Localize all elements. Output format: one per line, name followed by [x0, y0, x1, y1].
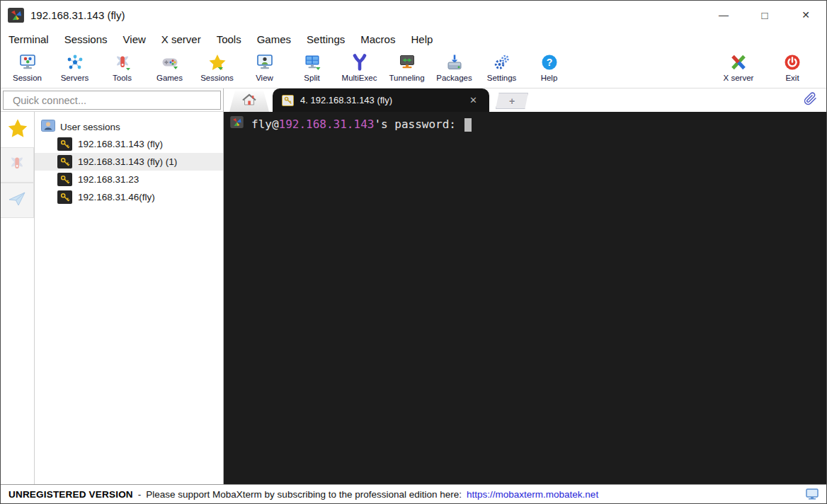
- toolbar-label: Split: [304, 74, 319, 82]
- sessions-tree: User sessions 192.168.31.143 (fly) 192.1…: [35, 112, 223, 484]
- terminal-area[interactable]: fly@192.168.31.143's password:: [224, 112, 826, 484]
- home-tab[interactable]: [229, 91, 269, 112]
- status-bar: UNREGISTERED VERSION - Please support Mo…: [1, 484, 826, 503]
- menu-sessions[interactable]: Sessions: [57, 33, 115, 45]
- macros-panel-tab[interactable]: [1, 183, 34, 218]
- tree-root-user-sessions[interactable]: User sessions: [35, 118, 223, 135]
- tree-root-label: User sessions: [60, 122, 120, 132]
- toolbar-x-server-button[interactable]: X server: [712, 52, 765, 82]
- session-item-label: 192.168.31.143 (fly) (1): [78, 156, 177, 167]
- key-icon: [57, 137, 72, 151]
- session-item[interactable]: 192.168.31.46(fly): [35, 188, 223, 206]
- settings-icon: [493, 52, 511, 72]
- prompt-user: fly@: [251, 118, 279, 131]
- active-tab-label: 4. 192.168.31.143 (fly): [300, 95, 392, 105]
- sessions-star-icon: [208, 52, 227, 72]
- toolbar-label: MultiExec: [342, 74, 377, 82]
- toolbar-session-button[interactable]: Session: [4, 52, 51, 82]
- toolbar-multiexec-button[interactable]: MultiExec: [336, 52, 383, 82]
- toolbar-label: Session: [13, 74, 42, 82]
- status-message: Please support MobaXterm by subscribing …: [146, 489, 462, 500]
- home-icon: [242, 93, 256, 109]
- split-icon: [303, 52, 321, 72]
- toolbar-packages-button[interactable]: Packages: [430, 52, 478, 82]
- key-icon: [57, 173, 72, 186]
- menu-macros[interactable]: Macros: [353, 33, 403, 45]
- user-sessions-folder-icon: [41, 120, 55, 134]
- menu-view[interactable]: View: [115, 33, 154, 45]
- menu-terminal[interactable]: Terminal: [1, 33, 57, 45]
- new-tab-button[interactable]: +: [496, 93, 528, 109]
- tools-panel-tab[interactable]: [1, 147, 34, 183]
- paper-plane-icon: [8, 190, 26, 210]
- paperclip-icon[interactable]: [804, 92, 817, 108]
- tab-close-icon[interactable]: ✕: [467, 93, 480, 107]
- sessions-panel-tab[interactable]: [1, 112, 34, 147]
- star-icon: [7, 118, 28, 141]
- prompt-host: 192.168.31.143: [279, 118, 375, 131]
- key-icon: [57, 190, 72, 204]
- menu-help[interactable]: Help: [403, 33, 440, 45]
- multiexec-icon: [350, 52, 369, 72]
- view-icon: [256, 52, 274, 72]
- tab-bar: 4. 192.168.31.143 (fly) ✕ +: [224, 88, 826, 112]
- toolbar-help-button[interactable]: ? Help: [525, 52, 573, 82]
- games-icon: [161, 52, 179, 72]
- menu-bar: Terminal Sessions View X server Tools Ga…: [1, 29, 826, 49]
- toolbar-label: Help: [541, 74, 558, 82]
- unregistered-version-label: UNREGISTERED VERSION: [8, 489, 133, 500]
- terminal-logo-icon: [230, 116, 244, 132]
- sidebar-panel-tabs: [1, 112, 35, 484]
- session-item-label: 192.168.31.23: [78, 174, 139, 185]
- session-item-label: 192.168.31.143 (fly): [78, 139, 163, 149]
- servers-icon: [66, 52, 84, 72]
- toolbar-sessions-button[interactable]: Sessions: [193, 52, 241, 82]
- session-item[interactable]: 192.168.31.23: [35, 171, 223, 188]
- close-button[interactable]: ✕: [785, 1, 826, 29]
- exit-icon: [784, 52, 801, 72]
- toolbar-view-button[interactable]: View: [241, 52, 288, 82]
- swiss-knife-icon: [8, 155, 26, 175]
- toolbar-tools-button[interactable]: Tools: [98, 52, 146, 82]
- x-server-icon: [729, 52, 748, 72]
- quick-connect-input[interactable]: [3, 91, 221, 110]
- session-item[interactable]: 192.168.31.143 (fly): [35, 135, 223, 153]
- key-icon: [282, 95, 294, 106]
- menu-games[interactable]: Games: [249, 33, 299, 45]
- toolbar-tunneling-button[interactable]: Tunneling: [383, 52, 430, 82]
- prompt-suffix: 's password:: [374, 118, 462, 131]
- toolbar-settings-button[interactable]: Settings: [478, 52, 525, 82]
- title-bar: 192.168.31.143 (fly) — □ ✕: [1, 1, 826, 29]
- toolbar-label: Packages: [436, 74, 472, 82]
- help-icon: ?: [541, 52, 558, 72]
- svg-text:?: ?: [546, 57, 552, 68]
- packages-icon: [445, 52, 464, 72]
- minimize-button[interactable]: —: [703, 1, 744, 29]
- toolbar-servers-button[interactable]: Servers: [51, 52, 98, 82]
- session-item-label: 192.168.31.46(fly): [78, 192, 155, 202]
- toolbar-label: View: [256, 74, 273, 82]
- toolbar-exit-button[interactable]: Exit: [765, 52, 819, 82]
- tools-icon: [113, 52, 132, 72]
- window-title: 192.168.31.143 (fly): [30, 9, 125, 21]
- remote-monitoring-icon[interactable]: [806, 488, 819, 500]
- toolbar-label: Servers: [61, 74, 89, 82]
- terminal-prompt: fly@192.168.31.143's password:: [251, 117, 472, 132]
- toolbar-split-button[interactable]: Split: [288, 52, 336, 82]
- toolbar-label: Settings: [487, 74, 517, 82]
- toolbar-games-button[interactable]: Games: [146, 52, 193, 82]
- menu-tools[interactable]: Tools: [209, 33, 249, 45]
- toolbar-label: Exit: [785, 74, 799, 82]
- maximize-button[interactable]: □: [744, 1, 785, 29]
- terminal-cursor: [464, 118, 472, 132]
- key-icon: [57, 155, 72, 168]
- session-item[interactable]: 192.168.31.143 (fly) (1): [35, 153, 223, 171]
- mobaxterm-logo-icon: [8, 8, 24, 23]
- menu-settings[interactable]: Settings: [299, 33, 353, 45]
- mobatek-link[interactable]: https://mobaxterm.mobatek.net: [467, 489, 598, 500]
- active-terminal-tab[interactable]: 4. 192.168.31.143 (fly) ✕: [273, 88, 489, 112]
- session-icon: [18, 52, 37, 72]
- sidebar: User sessions 192.168.31.143 (fly) 192.1…: [1, 88, 224, 484]
- menu-x-server[interactable]: X server: [154, 33, 209, 45]
- toolbar-label: Sessions: [200, 74, 234, 82]
